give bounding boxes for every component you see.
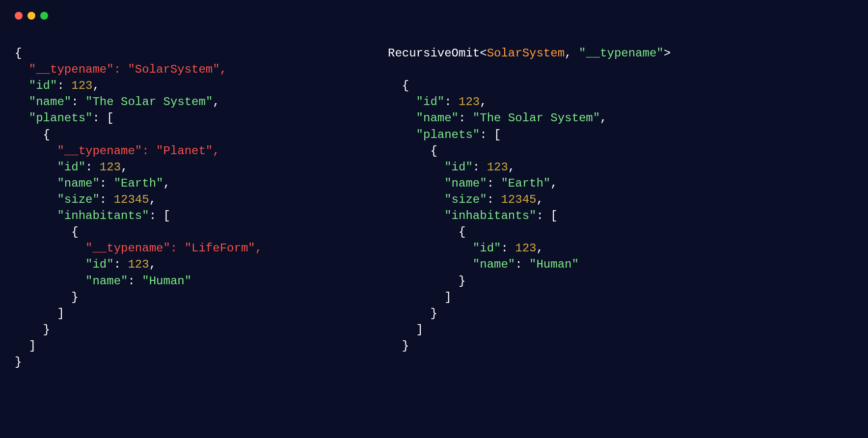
code-line: {	[388, 143, 853, 159]
code-line: "__typename": "Planet",	[15, 143, 378, 159]
code-line: {	[15, 45, 378, 61]
code-token	[388, 258, 473, 271]
code-token: {	[388, 79, 409, 92]
code-token: "id"	[57, 161, 85, 174]
code-token: <	[480, 47, 487, 60]
code-line: "size": 12345,	[15, 192, 378, 208]
code-token: "Human"	[529, 258, 579, 271]
code-token: ,	[550, 177, 557, 190]
code-token: "id"	[473, 242, 501, 255]
code-token	[15, 79, 29, 92]
code-line: "inhabitants": [	[15, 208, 378, 224]
code-token: "size"	[444, 193, 487, 206]
code-token: :	[487, 177, 501, 190]
code-token	[388, 111, 416, 125]
code-token: ,	[163, 177, 170, 190]
code-token	[388, 128, 416, 141]
code-token: {	[15, 128, 50, 141]
code-token: {	[388, 144, 437, 158]
code-line: ]	[15, 305, 378, 322]
code-token	[388, 177, 444, 190]
code-token: :	[71, 95, 85, 109]
code-token: :	[85, 161, 100, 174]
code-token: ,	[536, 242, 543, 255]
code-token: ,	[149, 193, 156, 206]
code-token: ,	[92, 79, 99, 92]
code-line: }	[15, 354, 378, 370]
code-token: }	[388, 274, 465, 288]
code-line: "name": "Earth",	[15, 175, 378, 192]
code-line: "size": 12345,	[388, 192, 853, 208]
code-line: "name": "Human"	[15, 273, 378, 289]
code-token: "id"	[29, 79, 57, 92]
code-token: {	[15, 47, 22, 60]
code-token: ,	[508, 161, 515, 174]
code-token: {	[15, 225, 79, 239]
code-token: 123	[515, 242, 536, 255]
titlebar	[0, 0, 868, 21]
code-token: : [	[149, 209, 170, 222]
code-token: "inhabitants"	[444, 209, 536, 222]
code-token: "name"	[416, 111, 459, 125]
code-token: "id"	[85, 258, 114, 271]
blank-line	[388, 61, 853, 78]
code-line: "__typename": "LifeForm",	[15, 240, 378, 256]
code-token: "name"	[444, 177, 487, 190]
code-token: }	[388, 307, 437, 320]
code-line: "id": 123,	[388, 159, 853, 175]
code-line: "id": 123,	[388, 240, 853, 256]
code-token	[15, 144, 57, 158]
code-token	[15, 193, 57, 206]
code-token: :	[444, 95, 459, 109]
code-block-result: RecursiveOmit<SolarSystem, "__typename">…	[388, 45, 853, 370]
code-token: 12345	[114, 193, 149, 206]
code-line: ]	[15, 338, 378, 354]
code-token: >	[664, 47, 671, 60]
code-line: "name": "The Solar System",	[388, 110, 853, 126]
code-window: { "__typename": "SolarSystem", "id": 123…	[0, 0, 868, 438]
code-token	[15, 274, 85, 288]
code-token: "name"	[29, 95, 71, 109]
code-line: }	[15, 289, 378, 305]
code-token: 12345	[501, 193, 536, 206]
traffic-light-minimize-icon[interactable]	[27, 12, 35, 20]
code-token: "id"	[416, 95, 445, 109]
code-line: {	[388, 78, 853, 94]
code-token: :	[459, 111, 473, 125]
code-line: "name": "The Solar System",	[15, 94, 378, 110]
code-token: 123	[100, 161, 121, 174]
code-token: "The Solar System"	[85, 95, 213, 109]
code-token: "__typename": "Planet",	[57, 144, 219, 158]
code-token	[388, 95, 416, 109]
code-token	[15, 242, 85, 255]
code-token	[15, 63, 29, 76]
code-token: "size"	[57, 193, 99, 206]
traffic-light-zoom-icon[interactable]	[40, 12, 48, 20]
code-token: :	[487, 193, 501, 206]
code-token: RecursiveOmit	[388, 47, 480, 60]
code-token: "Human"	[142, 274, 191, 288]
code-token: "__typename": "SolarSystem",	[29, 63, 227, 76]
code-token: :	[501, 242, 515, 255]
code-token: ]	[388, 291, 452, 304]
code-token	[15, 209, 57, 222]
code-line: }	[388, 305, 853, 322]
code-line: "planets": [	[15, 110, 378, 126]
code-token: ,	[536, 193, 543, 206]
code-token: :	[515, 258, 529, 271]
code-token: "__typename": "LifeForm",	[85, 242, 262, 255]
code-token: 123	[128, 258, 149, 271]
code-token: }	[15, 291, 79, 304]
code-token: : [	[536, 209, 557, 222]
code-line: RecursiveOmit<SolarSystem, "__typename">	[388, 45, 853, 61]
code-token: ,	[149, 258, 156, 271]
code-token: : [	[92, 111, 113, 125]
code-token	[15, 258, 85, 271]
code-token	[15, 161, 57, 174]
code-line: ]	[388, 322, 853, 338]
code-token	[15, 111, 29, 125]
code-token: :	[128, 274, 142, 288]
traffic-light-close-icon[interactable]	[15, 12, 23, 20]
code-line: {	[15, 127, 378, 143]
code-line: ]	[388, 289, 853, 305]
